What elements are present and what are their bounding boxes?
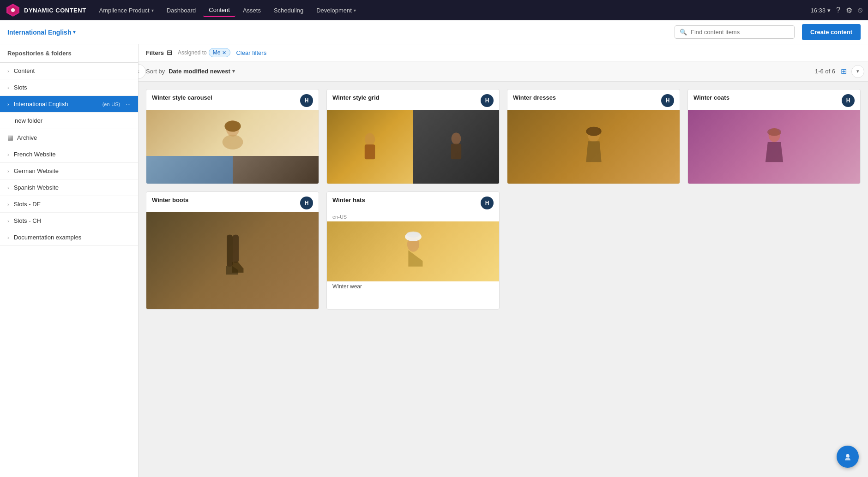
nav-amplience-product[interactable]: Amplience Product ▾: [94, 4, 159, 17]
sub-header: International English ▾ 🔍 Create content: [0, 20, 868, 44]
card-title: Winter hats: [332, 197, 481, 203]
hats-woman-icon: [397, 231, 429, 272]
chatbot-icon: [842, 451, 853, 462]
locale-selector[interactable]: International English ▾: [7, 29, 76, 36]
sidebar-item-international-english[interactable]: › International English (en-US) ···: [0, 96, 138, 113]
sidebar: Repositories & folders › Content › Slots…: [0, 44, 139, 477]
card-header: Winter style carousel H: [146, 89, 319, 110]
sidebar-item-new-folder[interactable]: new folder: [0, 113, 138, 129]
sort-dropdown[interactable]: Date modified newest ▾: [169, 68, 235, 75]
card-title: Winter boots: [152, 197, 300, 203]
content-card-winter-coats[interactable]: Winter coats H: [687, 89, 861, 184]
nav-scheduling[interactable]: Scheduling: [268, 4, 309, 17]
card-title: Winter style grid: [332, 94, 481, 101]
collapse-sidebar-button[interactable]: ‹: [139, 64, 146, 79]
sidebar-item-slots-ch[interactable]: › Slots - CH: [0, 213, 138, 229]
nav-development[interactable]: Development ▾: [311, 4, 362, 17]
card-image: [327, 221, 499, 281]
clear-filters-button[interactable]: Clear filters: [236, 49, 266, 56]
filters-label: Filters ⊟: [146, 49, 172, 56]
card-image: [688, 110, 860, 184]
chip-close-icon[interactable]: ✕: [222, 50, 226, 56]
content-grid: Winter style carousel H: [146, 89, 861, 310]
sidebar-item-label: Archive: [17, 134, 37, 141]
card-title: Winter style carousel: [152, 94, 300, 101]
sort-chevron-icon: ▾: [232, 68, 235, 74]
coat-woman-icon: [758, 124, 790, 170]
assigned-to-filter: Assigned to Me ✕: [178, 48, 230, 57]
scroll-down-button[interactable]: ▾: [851, 65, 864, 78]
card-image-area: [146, 110, 319, 184]
svg-point-8: [451, 133, 461, 145]
nav-content[interactable]: Content: [203, 4, 235, 17]
sidebar-item-label: Slots - DE: [14, 201, 41, 208]
create-content-button[interactable]: Create content: [802, 24, 861, 40]
more-icon[interactable]: ···: [126, 101, 131, 107]
search-input[interactable]: [691, 29, 790, 36]
content-card-winter-style-grid[interactable]: Winter style grid H: [326, 89, 500, 184]
card-image-area: [688, 110, 860, 184]
nav-dashboard[interactable]: Dashboard: [161, 4, 202, 17]
chip-value[interactable]: Me ✕: [209, 48, 231, 57]
svg-point-20: [845, 454, 847, 456]
chevron-down-icon: ▾: [151, 8, 154, 13]
content-card-winter-style-carousel[interactable]: Winter style carousel H: [146, 89, 319, 184]
sidebar-item-slots-de[interactable]: › Slots - DE: [0, 196, 138, 213]
svg-point-21: [849, 454, 850, 456]
card-title: Winter dresses: [513, 94, 661, 101]
sidebar-item-spanish-website[interactable]: › Spanish Website: [0, 179, 138, 196]
content-card-winter-hats[interactable]: Winter hats H en-US: [326, 191, 500, 310]
card-header: Winter hats H: [327, 192, 499, 212]
card-title: Winter coats: [693, 94, 842, 101]
logo-icon: [6, 3, 20, 18]
nav-assets[interactable]: Assets: [237, 4, 266, 17]
search-box[interactable]: 🔍: [675, 25, 795, 39]
sidebar-item-french-website[interactable]: › French Website: [0, 146, 138, 163]
sidebar-item-documentation-examples[interactable]: › Documentation examples: [0, 229, 138, 246]
avatar: H: [661, 94, 674, 107]
card-image-area: [327, 221, 499, 281]
sidebar-item-label: Content: [14, 67, 35, 74]
avatar: H: [481, 94, 494, 107]
chevron-right-icon: ›: [7, 235, 9, 240]
avatar: H: [481, 197, 494, 209]
chatbot-button[interactable]: [837, 446, 859, 468]
grid-view-button[interactable]: ⊞: [839, 65, 849, 78]
card-image-area: [327, 110, 499, 184]
app-name: DYNAMIC CONTENT: [24, 7, 86, 14]
help-icon[interactable]: ?: [836, 6, 840, 14]
card-image-main: [146, 110, 319, 156]
settings-icon[interactable]: ⚙: [846, 6, 852, 15]
sidebar-item-label: new folder: [15, 117, 42, 124]
svg-rect-15: [233, 235, 239, 263]
logo-area[interactable]: DYNAMIC CONTENT: [6, 3, 86, 18]
card-header: Winter dresses H: [507, 89, 680, 110]
sidebar-item-slots[interactable]: › Slots: [0, 79, 138, 96]
filter-icon: ⊟: [167, 49, 172, 56]
card-image-left: [327, 110, 413, 184]
svg-point-6: [365, 133, 375, 145]
svg-point-13: [767, 128, 781, 136]
exit-icon[interactable]: ⎋: [858, 6, 862, 14]
filter-bar: Filters ⊟ Assigned to Me ✕ Clear filters: [139, 44, 868, 61]
svg-rect-14: [227, 235, 233, 267]
content-area: Winter style carousel H: [139, 82, 868, 477]
sidebar-item-label: Slots - CH: [14, 217, 41, 224]
search-icon: 🔍: [680, 29, 687, 36]
main-content: Filters ⊟ Assigned to Me ✕ Clear filters…: [139, 44, 868, 477]
sidebar-item-german-website[interactable]: › German Website: [0, 163, 138, 179]
archive-icon: ▦: [7, 134, 13, 141]
chevron-right-icon: ›: [7, 185, 9, 191]
locale-badge: (en-US): [102, 101, 121, 107]
clock-chevron-icon: ▾: [827, 7, 831, 14]
sidebar-item-content[interactable]: › Content: [0, 63, 138, 79]
chevron-right-icon: ›: [7, 152, 9, 157]
card-header: Winter style grid H: [327, 89, 499, 110]
content-card-winter-dresses[interactable]: Winter dresses H: [507, 89, 680, 184]
chevron-right-icon: ›: [7, 168, 9, 174]
sidebar-item-archive[interactable]: ▦ Archive: [0, 129, 138, 146]
avatar: H: [300, 197, 313, 209]
content-card-winter-boots[interactable]: Winter boots H: [146, 191, 319, 310]
nav-time: 16:33 ▾: [811, 7, 831, 14]
sidebar-item-label: International English: [14, 101, 68, 107]
